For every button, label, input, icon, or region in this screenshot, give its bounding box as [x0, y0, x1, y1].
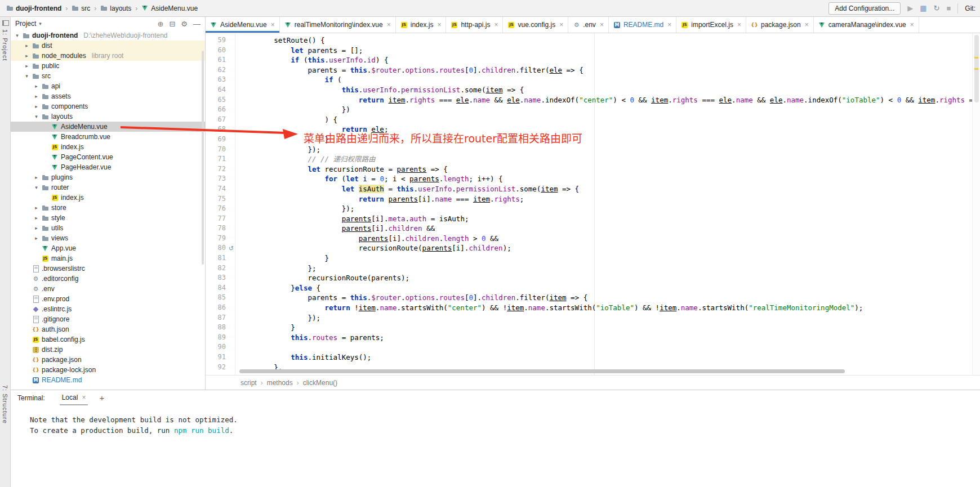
tree-row[interactable]: ▾layouts [11, 111, 205, 122]
tree-row[interactable]: .editorconfig [11, 274, 205, 284]
settings-icon[interactable]: ⚙ [181, 20, 188, 28]
tree-scrollbar[interactable] [202, 51, 204, 265]
close-tab-icon[interactable]: × [667, 21, 671, 29]
close-tab-icon[interactable]: × [600, 21, 604, 29]
chevron-icon[interactable]: ▸ [24, 43, 30, 48]
editor-body[interactable]: 5960616263646566676869707172737475767778… [206, 33, 980, 375]
editor-gutter[interactable]: 5960616263646566676869707172737475767778… [206, 33, 235, 375]
tree-row[interactable]: ▸node_moduleslibrary root [11, 51, 205, 61]
tree-row[interactable]: auth.json [11, 324, 205, 334]
chevron-icon[interactable]: ▸ [33, 104, 39, 109]
collapse-all-icon[interactable]: ⊟ [169, 20, 175, 28]
chevron-icon[interactable]: ▸ [33, 175, 39, 180]
new-terminal-icon[interactable]: + [99, 393, 104, 403]
breadcrumb-item[interactable]: methods [267, 379, 293, 387]
tree-row[interactable]: README.md [11, 375, 205, 385]
close-tab-icon[interactable]: × [805, 21, 809, 29]
sync-icon[interactable]: ↻ [934, 5, 940, 12]
locate-icon[interactable]: ⊕ [158, 20, 164, 28]
tree-row[interactable]: ▸views [11, 233, 205, 243]
editor-tab[interactable]: realTimeMonitoring\index.vue× [280, 17, 396, 33]
tree-row[interactable]: .gitignore [11, 314, 205, 324]
tree-row[interactable]: Breadcrumb.vue [11, 132, 205, 142]
stop-icon[interactable]: ■ [946, 5, 951, 12]
close-tab-icon[interactable]: × [271, 21, 275, 29]
breadcrumb-item[interactable]: layouts [99, 4, 133, 13]
editor-tab[interactable]: README.md× [609, 17, 676, 33]
editor-tab[interactable]: index.js× [396, 17, 447, 33]
chevron-icon[interactable]: ▸ [33, 205, 39, 211]
editor-tab[interactable]: cameraManage\index.vue× [814, 17, 919, 33]
tree-row[interactable]: babel.config.js [11, 334, 205, 345]
editor-tab[interactable]: http-api.js× [446, 17, 503, 33]
tree-row[interactable]: App.vue [11, 243, 205, 253]
error-stripe[interactable] [972, 33, 980, 375]
code-pane[interactable]: setRoute() { let parents = []; if (this.… [235, 33, 980, 375]
tree-row[interactable]: ▸style [11, 213, 205, 223]
terminal-tab-local[interactable]: Local × [60, 390, 88, 405]
chevron-icon[interactable]: ▸ [33, 235, 39, 241]
chevron-icon[interactable]: ▾ [33, 185, 39, 190]
hide-panel-icon[interactable]: — [193, 20, 201, 28]
editor-tab[interactable]: AsideMenu.vue× [206, 17, 280, 33]
tree-row[interactable]: ▾router [11, 182, 205, 193]
breadcrumb-item[interactable]: duoji-frontend [5, 4, 63, 13]
editor-tab[interactable]: importExcel.js× [676, 17, 746, 33]
tree-row[interactable]: .browserslistrc [11, 263, 205, 274]
editor-tab[interactable]: package.json× [746, 17, 814, 33]
chevron-down-icon[interactable]: ▾ [39, 21, 42, 26]
tree-row[interactable]: index.js [11, 142, 205, 152]
tree-row[interactable]: ▾src [11, 71, 205, 81]
chevron-icon[interactable]: ▾ [14, 33, 20, 38]
build-icon[interactable]: ▦ [920, 5, 926, 12]
chevron-icon[interactable]: ▸ [33, 93, 39, 99]
tree-row[interactable]: ▸dist [11, 41, 205, 51]
chevron-icon[interactable]: ▾ [33, 114, 39, 119]
editor-tab[interactable]: vue.config.js× [503, 17, 568, 33]
tree-row[interactable]: .env.prod [11, 294, 205, 304]
breadcrumb-item[interactable]: AsideMenu.vue [140, 4, 199, 13]
terminal-output[interactable]: Note that the development build is not o… [11, 405, 980, 436]
chevron-icon[interactable]: ▸ [33, 83, 39, 89]
tree-row[interactable]: main.js [11, 253, 205, 263]
tree-row[interactable]: ▸utils [11, 223, 205, 233]
structure-tool-button[interactable]: 7: Structure [2, 385, 8, 424]
breadcrumb-item[interactable]: clickMenu() [303, 379, 337, 387]
close-tab-icon[interactable]: × [387, 21, 391, 29]
tree-row[interactable]: PageHeader.vue [11, 162, 205, 172]
chevron-icon[interactable]: ▸ [24, 63, 30, 69]
project-tool-button[interactable]: 1: Project [2, 29, 8, 61]
close-tab-icon[interactable]: × [559, 21, 563, 29]
tree-row[interactable]: ▸assets [11, 91, 205, 101]
tree-row[interactable]: package-lock.json [11, 365, 205, 375]
tree-row[interactable]: ▸plugins [11, 172, 205, 182]
tree-row[interactable]: index.js [11, 193, 205, 203]
editor-tab[interactable]: .env× [568, 17, 609, 33]
chevron-icon[interactable]: ▸ [24, 53, 30, 59]
close-tab-icon[interactable]: × [437, 21, 441, 29]
tree-row[interactable]: .env [11, 284, 205, 294]
chevron-icon[interactable]: ▾ [24, 73, 30, 79]
close-tab-icon[interactable]: × [910, 21, 914, 29]
breadcrumb-item[interactable]: script [240, 379, 257, 387]
tree-row[interactable]: PageContent.vue [11, 152, 205, 162]
tree-row[interactable]: ▸components [11, 101, 205, 111]
tree-row[interactable]: ▸api [11, 81, 205, 91]
close-tab-icon[interactable]: × [494, 21, 498, 29]
tree-row[interactable]: ▾duoji-frontendD:\zheheWeb\duoji-fronten… [11, 30, 205, 41]
tree-row[interactable]: ▸public [11, 61, 205, 71]
run-icon[interactable]: ▶ [907, 5, 913, 12]
horizontal-scrollbar[interactable] [239, 369, 845, 373]
project-panel-title[interactable]: Project [15, 20, 36, 28]
chevron-icon[interactable]: ▸ [33, 215, 39, 221]
tree-row[interactable]: dist.zip [11, 345, 205, 355]
breadcrumb-item[interactable]: src [70, 4, 92, 13]
close-tab-icon[interactable]: × [737, 21, 741, 29]
tree-row[interactable]: .eslintrc.js [11, 304, 205, 314]
add-configuration-button[interactable]: Add Configuration... [828, 2, 901, 15]
tree-row[interactable]: ▸store [11, 203, 205, 213]
chevron-icon[interactable]: ▸ [33, 225, 39, 231]
git-label[interactable]: Git: [965, 5, 975, 12]
close-icon[interactable]: × [82, 394, 86, 401]
tree-row[interactable]: AsideMenu.vue [11, 122, 205, 132]
